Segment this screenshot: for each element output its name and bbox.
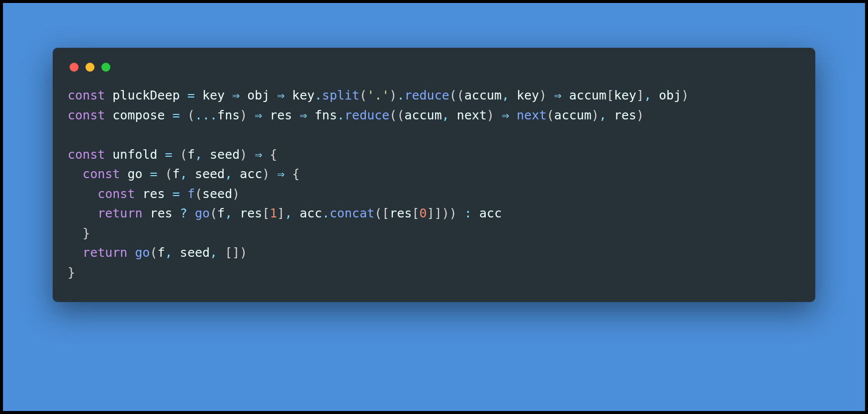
code-token: f — [173, 167, 180, 181]
code-token: next — [449, 108, 487, 122]
code-token: . — [322, 206, 330, 220]
code-token: res — [389, 206, 412, 220]
window-minimize-dot[interactable] — [86, 63, 94, 72]
code-token: const — [83, 167, 120, 181]
code-token: ) — [592, 108, 599, 122]
code-token: = — [150, 167, 158, 181]
code-token — [509, 108, 517, 122]
code-token — [546, 88, 554, 103]
code-token: ( — [180, 147, 187, 162]
code-token: res — [232, 206, 262, 220]
code-token: (( — [389, 108, 404, 122]
code-token — [127, 245, 135, 260]
code-token: (( — [449, 88, 464, 103]
code-token: seed — [202, 147, 240, 162]
code-token: go — [120, 167, 150, 181]
window-titlebar — [68, 60, 800, 86]
code-token — [494, 108, 502, 122]
code-token — [68, 187, 97, 201]
code-token: ] — [636, 88, 644, 103]
code-token: obj — [651, 88, 681, 103]
code-token — [68, 206, 97, 220]
code-token: ⇒ — [255, 147, 262, 162]
code-token: unfold — [105, 147, 165, 162]
code-token: , — [502, 88, 509, 103]
code-token: concat — [330, 206, 374, 220]
code-token: f — [217, 206, 225, 220]
code-token: ([ — [374, 206, 389, 220]
code-token — [217, 245, 225, 260]
code-token: , — [225, 167, 232, 181]
code-token: ⇒ — [554, 88, 562, 103]
code-token: ) — [232, 187, 240, 201]
code-token: ( — [547, 108, 554, 122]
code-token — [158, 167, 165, 181]
code-token: ( — [210, 206, 217, 220]
code-token: next — [517, 108, 546, 122]
code-token: , — [195, 147, 202, 162]
code-token: seed — [187, 167, 225, 181]
code-token: '.' — [367, 88, 389, 103]
code-token: seed — [173, 245, 210, 260]
code-token: ( — [165, 167, 173, 181]
code-token: const — [68, 88, 105, 103]
code-token — [68, 226, 83, 240]
code-token: accum — [562, 88, 607, 103]
code-token: = — [165, 147, 173, 162]
code-token: const — [68, 147, 105, 162]
code-token: go — [195, 206, 210, 220]
code-token: [ — [262, 206, 269, 220]
code-token: split — [322, 88, 359, 103]
code-token: acc — [232, 167, 262, 181]
code-token — [247, 147, 255, 162]
code-token: const — [68, 108, 105, 122]
code-content: const pluckDeep = key ⇒ obj ⇒ key.split(… — [68, 86, 800, 282]
code-token: , — [225, 206, 232, 220]
code-token — [247, 108, 255, 122]
code-token: } — [68, 265, 75, 280]
code-token: = — [173, 108, 180, 122]
code-token: ⇒ — [255, 108, 262, 122]
viewport-frame: const pluckDeep = key ⇒ obj ⇒ key.split(… — [0, 0, 868, 414]
code-token: key — [195, 88, 232, 103]
code-token: { — [292, 167, 300, 181]
code-token: reduce — [345, 108, 389, 122]
code-token: acc — [472, 206, 502, 220]
code-token: ... — [195, 108, 217, 122]
code-token: ⇒ — [232, 88, 240, 103]
code-token: res — [135, 187, 172, 201]
code-token — [68, 167, 83, 181]
code-token: res — [607, 108, 636, 122]
code-token: compose — [105, 108, 172, 122]
code-token: ⇒ — [502, 108, 509, 122]
code-token: ]])) — [427, 206, 464, 220]
code-token: [ — [412, 206, 420, 220]
window-zoom-dot[interactable] — [101, 63, 110, 72]
code-token: ) — [539, 88, 546, 103]
code-token: const — [97, 187, 135, 201]
code-token: [ — [607, 88, 614, 103]
code-token — [187, 206, 195, 220]
code-token: ( — [359, 88, 367, 103]
code-token: fns — [307, 108, 337, 122]
code-token: accum — [404, 108, 441, 122]
code-token: accum — [464, 88, 502, 103]
code-token: . — [315, 88, 322, 103]
code-token: : — [464, 206, 472, 220]
code-token: . — [397, 88, 404, 103]
code-token: ( — [150, 245, 158, 260]
code-token: 0 — [420, 206, 427, 220]
code-token: ( — [195, 187, 202, 201]
code-token: f — [158, 245, 165, 260]
code-token: ) — [487, 108, 494, 122]
code-token: ? — [180, 206, 187, 220]
code-token: , — [644, 88, 651, 103]
window-close-dot[interactable] — [70, 63, 79, 72]
code-window: const pluckDeep = key ⇒ obj ⇒ key.split(… — [53, 48, 815, 302]
code-token: reduce — [404, 88, 449, 103]
code-token: } — [83, 226, 90, 240]
code-token: 1 — [270, 206, 277, 220]
code-token: f — [187, 187, 195, 201]
code-token: key — [509, 88, 539, 103]
code-token: key — [614, 88, 636, 103]
